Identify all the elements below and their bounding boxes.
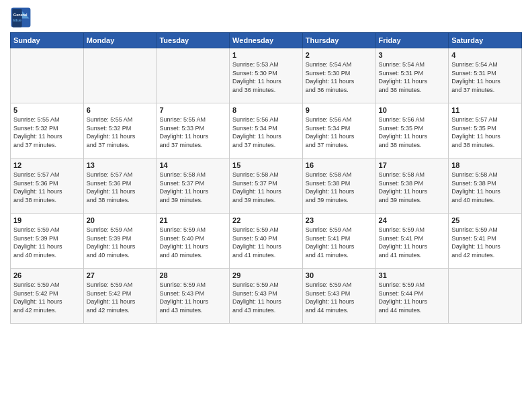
calendar-cell: 27Sunrise: 5:59 AM Sunset: 5:42 PM Dayli…	[83, 269, 157, 324]
calendar-cell: 11Sunrise: 5:57 AM Sunset: 5:35 PM Dayli…	[449, 103, 522, 158]
day-number: 14	[159, 161, 226, 169]
calendar-cell: 10Sunrise: 5:56 AM Sunset: 5:35 PM Dayli…	[375, 103, 449, 158]
calendar-cell: 28Sunrise: 5:59 AM Sunset: 5:43 PM Dayli…	[157, 269, 230, 324]
svg-text:Blue: Blue	[13, 18, 21, 22]
day-number: 21	[159, 216, 226, 224]
day-info: Sunrise: 5:59 AM Sunset: 5:43 PM Dayligh…	[159, 281, 226, 314]
svg-text:General: General	[13, 13, 28, 17]
day-info: Sunrise: 5:57 AM Sunset: 5:36 PM Dayligh…	[13, 171, 81, 204]
day-info: Sunrise: 5:59 AM Sunset: 5:42 PM Dayligh…	[13, 281, 81, 314]
day-number: 18	[451, 161, 519, 169]
day-number: 19	[13, 216, 81, 224]
weekday-header-cell: Thursday	[302, 33, 375, 48]
day-number: 2	[306, 51, 373, 59]
day-info: Sunrise: 5:58 AM Sunset: 5:38 PM Dayligh…	[451, 171, 519, 204]
calendar-cell: 19Sunrise: 5:59 AM Sunset: 5:39 PM Dayli…	[11, 214, 84, 269]
day-info: Sunrise: 5:59 AM Sunset: 5:41 PM Dayligh…	[451, 226, 519, 259]
day-number: 16	[306, 161, 373, 169]
calendar-cell: 13Sunrise: 5:57 AM Sunset: 5:36 PM Dayli…	[83, 158, 157, 214]
calendar-cell: 5Sunrise: 5:55 AM Sunset: 5:32 PM Daylig…	[11, 103, 84, 158]
day-info: Sunrise: 5:54 AM Sunset: 5:30 PM Dayligh…	[306, 60, 373, 94]
day-number: 1	[232, 51, 300, 59]
day-info: Sunrise: 5:58 AM Sunset: 5:37 PM Dayligh…	[232, 171, 300, 204]
day-info: Sunrise: 5:59 AM Sunset: 5:44 PM Dayligh…	[379, 281, 446, 314]
day-info: Sunrise: 5:54 AM Sunset: 5:31 PM Dayligh…	[451, 60, 519, 94]
day-info: Sunrise: 5:58 AM Sunset: 5:38 PM Dayligh…	[306, 171, 373, 204]
day-info: Sunrise: 5:55 AM Sunset: 5:32 PM Dayligh…	[87, 116, 154, 149]
day-number: 10	[379, 106, 446, 114]
weekday-header-row: SundayMondayTuesdayWednesdayThursdayFrid…	[11, 33, 522, 48]
calendar-cell: 30Sunrise: 5:59 AM Sunset: 5:43 PM Dayli…	[302, 269, 375, 324]
calendar-cell: 9Sunrise: 5:56 AM Sunset: 5:34 PM Daylig…	[302, 103, 375, 158]
day-number: 11	[451, 106, 519, 114]
calendar-cell: 26Sunrise: 5:59 AM Sunset: 5:42 PM Dayli…	[11, 269, 84, 324]
weekday-header-cell: Saturday	[449, 33, 522, 48]
calendar-cell: 23Sunrise: 5:59 AM Sunset: 5:41 PM Dayli…	[302, 214, 375, 269]
calendar-cell: 6Sunrise: 5:55 AM Sunset: 5:32 PM Daylig…	[83, 103, 157, 158]
day-number: 30	[306, 271, 373, 279]
calendar-cell: 21Sunrise: 5:59 AM Sunset: 5:40 PM Dayli…	[157, 214, 230, 269]
day-info: Sunrise: 5:56 AM Sunset: 5:34 PM Dayligh…	[232, 116, 300, 149]
calendar-week-row: 26Sunrise: 5:59 AM Sunset: 5:42 PM Dayli…	[11, 269, 522, 324]
day-info: Sunrise: 5:59 AM Sunset: 5:43 PM Dayligh…	[306, 281, 373, 314]
logo: General Blue	[10, 7, 34, 28]
page-container: General Blue SundayMondayTuesdayWednesda…	[0, 0, 532, 330]
day-number: 23	[306, 216, 373, 224]
day-info: Sunrise: 5:56 AM Sunset: 5:34 PM Dayligh…	[306, 116, 373, 149]
calendar-cell: 17Sunrise: 5:58 AM Sunset: 5:38 PM Dayli…	[375, 158, 449, 214]
day-number: 26	[13, 271, 81, 279]
day-number: 3	[379, 51, 446, 59]
day-info: Sunrise: 5:59 AM Sunset: 5:40 PM Dayligh…	[159, 226, 226, 259]
calendar-week-row: 5Sunrise: 5:55 AM Sunset: 5:32 PM Daylig…	[11, 103, 522, 158]
calendar-cell: 15Sunrise: 5:58 AM Sunset: 5:37 PM Dayli…	[230, 158, 303, 214]
calendar-cell: 25Sunrise: 5:59 AM Sunset: 5:41 PM Dayli…	[449, 214, 522, 269]
day-info: Sunrise: 5:59 AM Sunset: 5:42 PM Dayligh…	[87, 281, 154, 314]
calendar-cell: 1Sunrise: 5:53 AM Sunset: 5:30 PM Daylig…	[230, 48, 303, 103]
day-info: Sunrise: 5:59 AM Sunset: 5:41 PM Dayligh…	[379, 226, 446, 259]
header: General Blue	[10, 7, 522, 28]
calendar-cell: 31Sunrise: 5:59 AM Sunset: 5:44 PM Dayli…	[375, 269, 449, 324]
day-info: Sunrise: 5:55 AM Sunset: 5:32 PM Dayligh…	[13, 116, 81, 149]
calendar-week-row: 12Sunrise: 5:57 AM Sunset: 5:36 PM Dayli…	[11, 158, 522, 214]
day-number: 25	[451, 216, 519, 224]
calendar-cell: 14Sunrise: 5:58 AM Sunset: 5:37 PM Dayli…	[157, 158, 230, 214]
weekday-header-cell: Sunday	[11, 33, 84, 48]
day-number: 17	[379, 161, 446, 169]
day-number: 22	[232, 216, 300, 224]
weekday-header-cell: Wednesday	[230, 33, 303, 48]
calendar-cell: 8Sunrise: 5:56 AM Sunset: 5:34 PM Daylig…	[230, 103, 303, 158]
day-info: Sunrise: 5:53 AM Sunset: 5:30 PM Dayligh…	[232, 60, 300, 94]
day-number: 5	[13, 106, 81, 114]
logo-icon: General Blue	[10, 7, 32, 28]
day-number: 20	[87, 216, 154, 224]
weekday-header-cell: Tuesday	[157, 33, 230, 48]
day-number: 13	[87, 161, 154, 169]
calendar-cell: 3Sunrise: 5:54 AM Sunset: 5:31 PM Daylig…	[375, 48, 449, 103]
day-number: 24	[379, 216, 446, 224]
calendar-cell: 12Sunrise: 5:57 AM Sunset: 5:36 PM Dayli…	[11, 158, 84, 214]
day-number: 6	[87, 106, 154, 114]
calendar-cell	[449, 269, 522, 324]
day-info: Sunrise: 5:57 AM Sunset: 5:36 PM Dayligh…	[87, 171, 154, 204]
calendar-body: 1Sunrise: 5:53 AM Sunset: 5:30 PM Daylig…	[11, 48, 522, 324]
day-number: 4	[451, 51, 519, 59]
calendar-cell: 24Sunrise: 5:59 AM Sunset: 5:41 PM Dayli…	[375, 214, 449, 269]
day-info: Sunrise: 5:58 AM Sunset: 5:38 PM Dayligh…	[379, 171, 446, 204]
calendar-cell: 29Sunrise: 5:59 AM Sunset: 5:43 PM Dayli…	[230, 269, 303, 324]
calendar-week-row: 19Sunrise: 5:59 AM Sunset: 5:39 PM Dayli…	[11, 214, 522, 269]
day-info: Sunrise: 5:59 AM Sunset: 5:43 PM Dayligh…	[232, 281, 300, 314]
day-info: Sunrise: 5:59 AM Sunset: 5:41 PM Dayligh…	[306, 226, 373, 259]
day-number: 15	[232, 161, 300, 169]
day-info: Sunrise: 5:58 AM Sunset: 5:37 PM Dayligh…	[159, 171, 226, 204]
calendar-cell	[157, 48, 230, 103]
calendar-cell: 7Sunrise: 5:55 AM Sunset: 5:33 PM Daylig…	[157, 103, 230, 158]
calendar-week-row: 1Sunrise: 5:53 AM Sunset: 5:30 PM Daylig…	[11, 48, 522, 103]
calendar-cell	[11, 48, 84, 103]
calendar-cell: 2Sunrise: 5:54 AM Sunset: 5:30 PM Daylig…	[302, 48, 375, 103]
day-number: 28	[159, 271, 226, 279]
day-info: Sunrise: 5:59 AM Sunset: 5:39 PM Dayligh…	[13, 226, 81, 259]
day-number: 7	[159, 106, 226, 114]
weekday-header-cell: Friday	[375, 33, 449, 48]
calendar-cell	[83, 48, 157, 103]
day-number: 27	[87, 271, 154, 279]
